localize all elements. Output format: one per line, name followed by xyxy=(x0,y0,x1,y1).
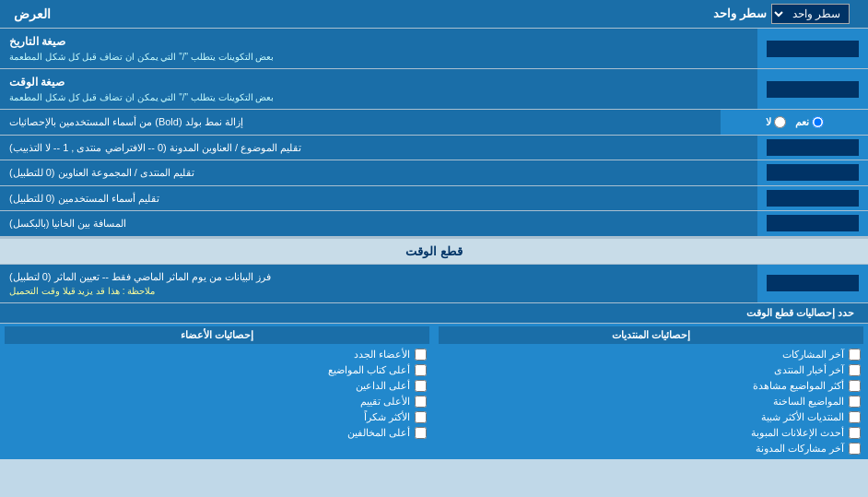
time-format-input[interactable]: H:i xyxy=(767,81,859,98)
list-item: آخر مشاركات المدونة xyxy=(439,441,863,456)
time-format-sublabel: بعض التكوينات يتطلب "/" التي يمكن ان تضا… xyxy=(9,90,274,104)
checkbox-col-forums: إحصائيات المنتديات آخر المشاركات آخر أخب… xyxy=(434,324,868,459)
page-title: العرض xyxy=(14,5,51,24)
date-format-row: d-m صيغة التاريخ بعض التكوينات يتطلب "/"… xyxy=(0,29,868,69)
checkbox-col-members: إحصائيات الأعضاء الأعضاء الجدد أعلى كتاب… xyxy=(0,324,434,459)
time-cut-input[interactable]: 0 xyxy=(767,275,859,291)
header-row: سطر واحدسطرينثلاثة أسطر سطر واحد العرض xyxy=(0,0,868,29)
checkbox-top-warned[interactable] xyxy=(415,427,427,439)
checkbox-forum-news-label: آخر أخبار المنتدى xyxy=(774,364,844,376)
checkbox-most-viewed-label: أكثر المواضيع مشاهدة xyxy=(753,380,844,392)
checkbox-hot-topics-label: المواضيع الساخنة xyxy=(773,396,844,408)
list-item: أعلى المخالفين xyxy=(5,425,429,441)
checkbox-latest-ads-label: أحدث الإعلانات المبوبة xyxy=(751,427,844,439)
date-format-sublabel: بعض التكوينات يتطلب "/" التي يمكن ان تضا… xyxy=(9,50,274,64)
checkbox-latest-posts-label: آخر المشاركات xyxy=(782,349,844,361)
time-cut-row: 0 فرز البيانات من يوم الماثر الماضي فقط … xyxy=(0,265,868,304)
checkbox-top-posters[interactable] xyxy=(415,364,427,376)
gap-row: 2 المسافة بين الخانيا (بالبكسل) xyxy=(0,211,868,237)
col-members-header: إحصائيات الأعضاء xyxy=(5,326,429,344)
list-item: آخر المشاركات xyxy=(439,347,863,362)
list-item: أعلى كتاب المواضيع xyxy=(5,362,429,378)
usernames-trim-input[interactable]: 0 xyxy=(767,190,859,207)
radio-yes-text: نعم xyxy=(795,116,809,128)
checkbox-blog-posts-label: آخر مشاركات المدونة xyxy=(756,443,844,455)
time-format-row: H:i صيغة الوقت بعض التكوينات يتطلب "/" ا… xyxy=(0,69,868,110)
checkbox-most-forums-label: المنتديات الأكثر شبية xyxy=(761,411,844,423)
time-cut-label: فرز البيانات من يوم الماثر الماضي فقط --… xyxy=(9,269,271,285)
checkbox-top-inviters-label: أعلى الداعين xyxy=(356,380,410,392)
display-select[interactable]: سطر واحدسطرينثلاثة أسطر xyxy=(771,4,850,24)
col-forums-header: إحصائيات المنتديات xyxy=(439,326,863,344)
forum-title-trim-input[interactable]: 33 xyxy=(767,139,859,156)
bold-remove-row: نعم لا إزالة نمط بولد (Bold) من أسماء ال… xyxy=(0,110,868,136)
checkbox-most-thanks-label: الأكثر شكراً xyxy=(364,411,410,423)
checkbox-grid: إحصائيات المنتديات آخر المشاركات آخر أخب… xyxy=(0,324,868,459)
list-item: أكثر المواضيع مشاهدة xyxy=(439,378,863,394)
date-format-input[interactable]: d-m xyxy=(767,41,859,57)
checkbox-top-rated-label: الأعلى تقييم xyxy=(360,396,410,408)
time-cut-header: قطع الوقت xyxy=(0,237,868,265)
list-item: الأعضاء الجدد xyxy=(5,347,429,362)
checkbox-most-forums[interactable] xyxy=(849,411,861,423)
checkbox-latest-ads[interactable] xyxy=(849,427,861,439)
bold-remove-label: إزالة نمط بولد (Bold) من أسماء المستخدمي… xyxy=(9,114,243,130)
radio-yes-label: نعم xyxy=(795,116,824,128)
forum-trim-input[interactable]: 33 xyxy=(767,164,859,181)
header-select-label: سطر واحد xyxy=(713,5,767,23)
time-cut-note: ملاحظة : هذا قد يزيد قيلا وقت التحميل xyxy=(9,284,155,298)
forum-title-trim-label: تقليم الموضوع / العناوين المدونة (0 -- ا… xyxy=(9,140,301,156)
list-item: أحدث الإعلانات المبوبة xyxy=(439,425,863,441)
usernames-trim-label: تقليم أسماء المستخدمين (0 للتطبيل) xyxy=(9,191,159,207)
checkbox-new-members-label: الأعضاء الجدد xyxy=(354,349,410,361)
forum-trim-row: 33 تقليم المنتدى / المجموعة العناوين (0 … xyxy=(0,160,868,186)
forum-title-trim-row: 33 تقليم الموضوع / العناوين المدونة (0 -… xyxy=(0,136,868,161)
radio-yes-input[interactable] xyxy=(812,116,824,128)
checkbox-blog-posts[interactable] xyxy=(849,443,861,455)
list-item: الأعلى تقييم xyxy=(5,394,429,409)
checkbox-top-inviters[interactable] xyxy=(415,380,427,392)
list-item: المواضيع الساخنة xyxy=(439,394,863,409)
usernames-trim-row: 0 تقليم أسماء المستخدمين (0 للتطبيل) xyxy=(0,186,868,212)
radio-no-text: لا xyxy=(766,116,771,128)
checkbox-hot-topics[interactable] xyxy=(849,396,861,408)
list-item: الأكثر شكراً xyxy=(5,409,429,425)
list-item: آخر أخبار المنتدى xyxy=(439,362,863,378)
checkbox-top-rated[interactable] xyxy=(415,396,427,408)
checkbox-most-thanks[interactable] xyxy=(415,411,427,423)
gap-label: المسافة بين الخانيا (بالبكسل) xyxy=(9,216,127,231)
forum-trim-label: تقليم المنتدى / المجموعة العناوين (0 للت… xyxy=(9,165,194,181)
stats-label: حدد إحصاليات قطع الوقت xyxy=(0,303,868,324)
checkbox-forum-news[interactable] xyxy=(849,364,861,376)
checkbox-top-posters-label: أعلى كتاب المواضيع xyxy=(328,364,410,376)
time-format-label: صيغة الوقت xyxy=(9,74,65,90)
checkboxes-area: حدد إحصاليات قطع الوقت إحصائيات المنتديا… xyxy=(0,303,868,459)
list-item: أعلى الداعين xyxy=(5,378,429,394)
checkbox-top-warned-label: أعلى المخالفين xyxy=(347,427,410,439)
checkbox-new-members[interactable] xyxy=(415,349,427,361)
checkbox-latest-posts[interactable] xyxy=(849,349,861,361)
date-format-label: صيغة التاريخ xyxy=(9,33,65,50)
main-container: سطر واحدسطرينثلاثة أسطر سطر واحد العرض d… xyxy=(0,0,868,459)
radio-no-label: لا xyxy=(766,116,786,128)
radio-no-input[interactable] xyxy=(774,116,786,128)
checkbox-most-viewed[interactable] xyxy=(849,380,861,392)
gap-input[interactable]: 2 xyxy=(767,215,859,231)
list-item: المنتديات الأكثر شبية xyxy=(439,409,863,425)
